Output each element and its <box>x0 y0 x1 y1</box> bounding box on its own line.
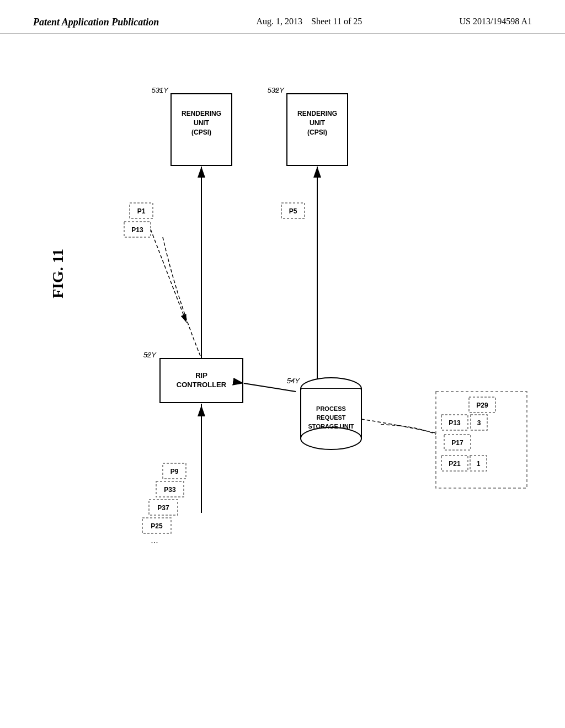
rendering-unit-531Y-text3: (CPSI) <box>191 129 211 136</box>
p21-label: P21 <box>449 460 461 468</box>
dashed-arrow-p13-to-rip <box>151 229 186 323</box>
rip-controller-text2: CONTROLLER <box>177 381 227 389</box>
storage-text1: PROCESS <box>316 405 346 412</box>
tilde-531Y: ~ <box>158 85 162 94</box>
rendering-unit-532Y-text3: (CPSI) <box>307 129 327 136</box>
p29-label: P29 <box>476 402 488 409</box>
p33-label: P33 <box>164 486 176 494</box>
rendering-unit-532Y-text1: RENDERING <box>297 110 337 117</box>
p9-label: P9 <box>170 468 179 475</box>
p5-label: P5 <box>289 207 297 215</box>
rendering-unit-532Y-text2: UNIT <box>310 119 326 127</box>
p25-label: P25 <box>151 522 163 530</box>
p37-label: P37 <box>157 504 169 512</box>
storage-text3: STORAGE UNIT <box>308 423 354 430</box>
storage-text2: REQUEST <box>316 414 345 421</box>
p13-label-left: P13 <box>131 226 143 234</box>
publication-title: Patent Application Publication <box>33 17 159 28</box>
p3-label: 3 <box>477 419 481 427</box>
page-header: Patent Application Publication Aug. 1, 2… <box>0 0 565 34</box>
publication-date: Aug. 1, 2013 <box>256 17 302 26</box>
p1b-label: 1 <box>477 460 481 468</box>
patent-number: US 2013/194598 A1 <box>459 17 532 26</box>
p13-label-right: P13 <box>449 419 461 427</box>
cylinder-top-cover <box>302 389 360 390</box>
tilde-532Y: ~ <box>275 85 279 94</box>
sheet-info: Sheet 11 of 25 <box>311 17 362 26</box>
rip-controller-text1: RIP <box>195 371 207 379</box>
rendering-unit-531Y-text2: UNIT <box>194 119 210 127</box>
ellipsis-dots: ... <box>151 536 158 545</box>
rendering-unit-531Y-text1: RENDERING <box>182 110 221 117</box>
diagram-svg: RENDERING UNIT (CPSI) 531Y ~ RENDERING U… <box>0 66 565 728</box>
header-date-sheet: Aug. 1, 2013 Sheet 11 of 25 <box>256 17 362 26</box>
p1-label: P1 <box>137 207 146 215</box>
tilde-52Y: ~ <box>146 350 150 359</box>
cylinder-bottom <box>301 427 361 449</box>
dashed-line-p13-to-rip <box>163 237 201 358</box>
tilde-54Y: ~ <box>289 376 294 385</box>
p17-label: P17 <box>451 439 463 447</box>
